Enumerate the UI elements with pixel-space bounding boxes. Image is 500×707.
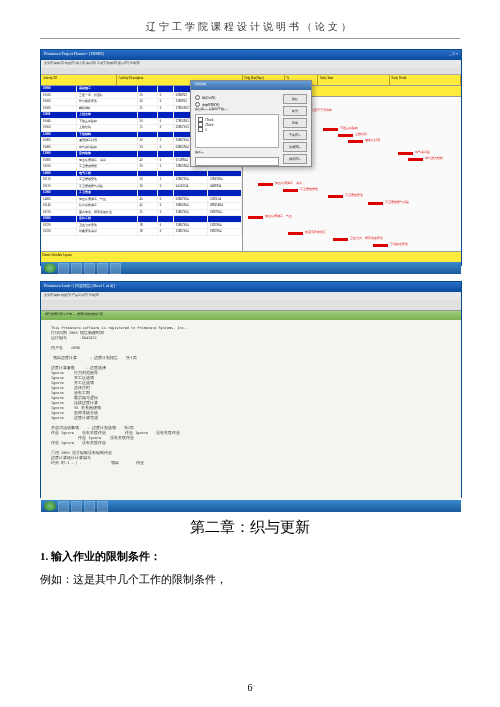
window-controls: _ □ × — [449, 51, 458, 59]
param-line: Ignore 里程等级分级 — [51, 411, 451, 415]
gantt-bar-label: 电气进力埋线 — [425, 156, 443, 160]
gantt-bar — [348, 140, 363, 143]
param-line: Ignore 连续进度计算 — [51, 401, 451, 405]
gantt-bar — [338, 134, 353, 137]
primavera-look-screenshot: Primavera Look - [日志报告 (Sheet 1 of 4)] 文… — [40, 281, 462, 498]
window-titlebar: Primavera Project Planner - [DEMO] _ □ × — [41, 50, 461, 60]
gantt-bar-label: 下段主体验收 — [340, 126, 358, 130]
constraint-line: 作业 Ignore 没有关联作业 — [51, 441, 451, 445]
param-line: Ignore 开工区选项 — [51, 376, 451, 380]
taskbar-icon[interactable] — [84, 501, 95, 512]
report-header-bar: 项目进度计算中详情 — 进度计划报告 第1页 — [41, 311, 461, 320]
param-line: Ignore SS 关系围绕项 — [51, 406, 451, 410]
gantt-bar-label: 工卫管道闭气试验 — [385, 200, 409, 204]
gantt-bar — [323, 128, 338, 131]
gantt-bar — [288, 232, 303, 235]
gantt-bar — [333, 238, 348, 241]
report-content: This Primavera software is registered to… — [41, 320, 461, 500]
start-button[interactable] — [44, 263, 56, 273]
windows-taskbar — [41, 262, 461, 274]
radio-icon[interactable] — [195, 95, 200, 100]
taskbar-icon[interactable] — [84, 263, 95, 274]
menubar: 文件(F) 编辑(E) 视图(V) 插入(I) 格式(O) 工具(T) 数据(D… — [41, 60, 461, 68]
param-line: Ignore 最后编号逻辑 — [51, 396, 451, 400]
param-line: Ignore 总体浮时 — [51, 386, 451, 390]
param-line: Ignore 开工区选项 — [51, 381, 451, 385]
taskbar-icon[interactable] — [97, 263, 108, 274]
gantt-bar-label: 加压泵房施工、气压 — [265, 214, 292, 218]
gantt-bar-label: 加压泵房施工、调试 — [275, 181, 302, 185]
options-button[interactable]: 选项(O)... — [283, 142, 307, 152]
menubar: 文件(F) 编辑 视图(V) 产品工具(T) 帮助(H) — [41, 292, 461, 300]
param-line: Ignore 进度计算完成 — [51, 416, 451, 420]
gantt-bar — [283, 189, 298, 192]
checkbox-icon[interactable] — [198, 127, 203, 132]
help-button[interactable]: 帮助 — [283, 118, 307, 128]
gantt-bar-label: 屋面层封顶 — [365, 138, 380, 142]
toolbar — [41, 68, 461, 75]
gantt-bar-label: 完成配套安装 — [390, 242, 408, 246]
param-line: Ignore 原有工期 — [51, 391, 451, 395]
taskbar-icon[interactable] — [71, 263, 82, 274]
start-button[interactable] — [44, 501, 56, 511]
gantt-bar-label: 电气调试验 — [415, 150, 430, 154]
body-text: 例如：这是其中几个工作的限制条件， — [40, 572, 460, 587]
gantt-bar-label: 上段结构 — [355, 132, 367, 136]
gantt-bar-label: 工卫管道预埋 — [300, 187, 318, 191]
windows-taskbar — [41, 500, 461, 512]
gantt-bar-label: 卫生洁具、细部装修安装 — [350, 236, 383, 240]
chapter-title: 第二章：织与更新 — [40, 518, 460, 537]
bottom-panel: Classic Schedule Layout — [41, 251, 461, 262]
format-dropdown[interactable] — [195, 157, 279, 166]
checkbox-list: 1Track 2Track 3 — [195, 114, 279, 148]
font-button[interactable]: 字体(F)... — [283, 130, 307, 140]
primavera-gantt-screenshot: Primavera Project Planner - [DEMO] _ □ ×… — [40, 49, 462, 266]
gantt-bar — [248, 216, 263, 219]
gantt-bar — [328, 195, 343, 198]
sort-button[interactable]: 排序(S)... — [283, 154, 307, 164]
gantt-bar — [368, 202, 383, 205]
sort-dialog: 分类依据 顺序号(N) 依据WBS(W) 跳过共WBS标题和字段(E) 1Tra… — [190, 80, 312, 167]
gantt-bar — [398, 152, 413, 155]
cancel-button[interactable]: 取消 — [283, 106, 307, 116]
page-number: 6 — [0, 682, 500, 693]
radio-icon[interactable] — [195, 102, 200, 107]
taskbar-icon[interactable] — [97, 501, 108, 512]
toolbar — [41, 300, 461, 311]
dialog-title: 分类依据 — [191, 81, 311, 90]
gantt-bar-label: 地基沉降监测完 — [305, 230, 326, 234]
taskbar-icon[interactable] — [58, 263, 69, 274]
task-row: 10230设备安装调试18025MAY0418JUN04 — [41, 229, 242, 236]
taskbar-icon[interactable] — [58, 501, 69, 512]
document-header: 辽宁工学院课程设计说明书（论文） — [40, 20, 460, 39]
taskbar-icon[interactable] — [110, 263, 121, 274]
section-title: 1. 输入作业的限制条件： — [40, 549, 460, 564]
taskbar-icon[interactable] — [71, 501, 82, 512]
gantt-bar — [258, 183, 273, 186]
gantt-bar — [373, 244, 388, 247]
constraint-line: 作业 Ignore 没有关联作业 作业 Ignore 没有关联作业 — [51, 431, 451, 435]
param-line: Ignore 行为列范围界 — [51, 371, 451, 375]
gantt-bar-label: 工卫管道安装 — [345, 193, 363, 197]
ok-button[interactable]: 确认 — [283, 94, 307, 104]
gantt-bar — [408, 158, 423, 161]
constraint-line: 作业 Ignore 没有关联作业 — [51, 436, 451, 440]
window-titlebar: Primavera Look - [日志报告 (Sheet 1 of 4)] — [41, 282, 461, 292]
